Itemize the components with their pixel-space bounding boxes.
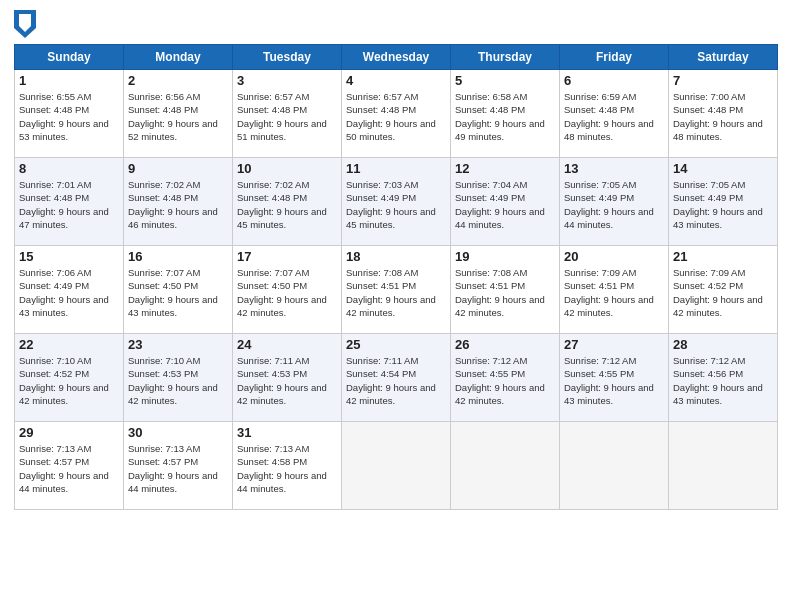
calendar-cell: 15Sunrise: 7:06 AMSunset: 4:49 PMDayligh… <box>15 246 124 334</box>
cell-info: Sunrise: 7:02 AMSunset: 4:48 PMDaylight:… <box>128 178 228 231</box>
logo-icon <box>14 10 36 38</box>
calendar-cell: 21Sunrise: 7:09 AMSunset: 4:52 PMDayligh… <box>669 246 778 334</box>
cell-info: Sunrise: 7:11 AMSunset: 4:54 PMDaylight:… <box>346 354 446 407</box>
cell-info: Sunrise: 7:11 AMSunset: 4:53 PMDaylight:… <box>237 354 337 407</box>
day-number: 1 <box>19 73 119 88</box>
day-number: 30 <box>128 425 228 440</box>
day-number: 9 <box>128 161 228 176</box>
calendar-week-row: 29Sunrise: 7:13 AMSunset: 4:57 PMDayligh… <box>15 422 778 510</box>
calendar-cell: 26Sunrise: 7:12 AMSunset: 4:55 PMDayligh… <box>451 334 560 422</box>
cell-info: Sunrise: 7:07 AMSunset: 4:50 PMDaylight:… <box>237 266 337 319</box>
day-number: 31 <box>237 425 337 440</box>
day-number: 3 <box>237 73 337 88</box>
calendar-cell: 7Sunrise: 7:00 AMSunset: 4:48 PMDaylight… <box>669 70 778 158</box>
weekday-header: Sunday <box>15 45 124 70</box>
calendar-cell: 5Sunrise: 6:58 AMSunset: 4:48 PMDaylight… <box>451 70 560 158</box>
cell-info: Sunrise: 7:09 AMSunset: 4:52 PMDaylight:… <box>673 266 773 319</box>
cell-info: Sunrise: 6:59 AMSunset: 4:48 PMDaylight:… <box>564 90 664 143</box>
cell-info: Sunrise: 6:56 AMSunset: 4:48 PMDaylight:… <box>128 90 228 143</box>
calendar-table: SundayMondayTuesdayWednesdayThursdayFrid… <box>14 44 778 510</box>
cell-info: Sunrise: 6:57 AMSunset: 4:48 PMDaylight:… <box>346 90 446 143</box>
calendar-cell: 23Sunrise: 7:10 AMSunset: 4:53 PMDayligh… <box>124 334 233 422</box>
weekday-header: Monday <box>124 45 233 70</box>
weekday-header: Tuesday <box>233 45 342 70</box>
calendar-cell: 19Sunrise: 7:08 AMSunset: 4:51 PMDayligh… <box>451 246 560 334</box>
day-number: 25 <box>346 337 446 352</box>
weekday-header: Thursday <box>451 45 560 70</box>
calendar-cell: 3Sunrise: 6:57 AMSunset: 4:48 PMDaylight… <box>233 70 342 158</box>
cell-info: Sunrise: 7:08 AMSunset: 4:51 PMDaylight:… <box>455 266 555 319</box>
cell-info: Sunrise: 7:02 AMSunset: 4:48 PMDaylight:… <box>237 178 337 231</box>
calendar-cell: 9Sunrise: 7:02 AMSunset: 4:48 PMDaylight… <box>124 158 233 246</box>
calendar-cell: 24Sunrise: 7:11 AMSunset: 4:53 PMDayligh… <box>233 334 342 422</box>
header <box>14 10 778 38</box>
cell-info: Sunrise: 7:07 AMSunset: 4:50 PMDaylight:… <box>128 266 228 319</box>
day-number: 2 <box>128 73 228 88</box>
calendar-cell <box>560 422 669 510</box>
day-number: 10 <box>237 161 337 176</box>
page: SundayMondayTuesdayWednesdayThursdayFrid… <box>0 0 792 612</box>
calendar-cell: 16Sunrise: 7:07 AMSunset: 4:50 PMDayligh… <box>124 246 233 334</box>
cell-info: Sunrise: 7:00 AMSunset: 4:48 PMDaylight:… <box>673 90 773 143</box>
calendar-cell: 30Sunrise: 7:13 AMSunset: 4:57 PMDayligh… <box>124 422 233 510</box>
calendar-cell: 13Sunrise: 7:05 AMSunset: 4:49 PMDayligh… <box>560 158 669 246</box>
day-number: 22 <box>19 337 119 352</box>
day-number: 16 <box>128 249 228 264</box>
calendar-cell: 14Sunrise: 7:05 AMSunset: 4:49 PMDayligh… <box>669 158 778 246</box>
cell-info: Sunrise: 7:03 AMSunset: 4:49 PMDaylight:… <box>346 178 446 231</box>
day-number: 24 <box>237 337 337 352</box>
cell-info: Sunrise: 7:04 AMSunset: 4:49 PMDaylight:… <box>455 178 555 231</box>
cell-info: Sunrise: 7:08 AMSunset: 4:51 PMDaylight:… <box>346 266 446 319</box>
calendar-cell: 18Sunrise: 7:08 AMSunset: 4:51 PMDayligh… <box>342 246 451 334</box>
calendar-week-row: 15Sunrise: 7:06 AMSunset: 4:49 PMDayligh… <box>15 246 778 334</box>
day-number: 28 <box>673 337 773 352</box>
day-number: 14 <box>673 161 773 176</box>
day-number: 11 <box>346 161 446 176</box>
cell-info: Sunrise: 7:13 AMSunset: 4:57 PMDaylight:… <box>19 442 119 495</box>
calendar-week-row: 22Sunrise: 7:10 AMSunset: 4:52 PMDayligh… <box>15 334 778 422</box>
calendar-cell: 8Sunrise: 7:01 AMSunset: 4:48 PMDaylight… <box>15 158 124 246</box>
calendar-cell: 27Sunrise: 7:12 AMSunset: 4:55 PMDayligh… <box>560 334 669 422</box>
calendar-cell: 17Sunrise: 7:07 AMSunset: 4:50 PMDayligh… <box>233 246 342 334</box>
day-number: 20 <box>564 249 664 264</box>
cell-info: Sunrise: 7:12 AMSunset: 4:55 PMDaylight:… <box>564 354 664 407</box>
weekday-header-row: SundayMondayTuesdayWednesdayThursdayFrid… <box>15 45 778 70</box>
calendar-cell: 1Sunrise: 6:55 AMSunset: 4:48 PMDaylight… <box>15 70 124 158</box>
calendar-cell: 29Sunrise: 7:13 AMSunset: 4:57 PMDayligh… <box>15 422 124 510</box>
cell-info: Sunrise: 7:05 AMSunset: 4:49 PMDaylight:… <box>673 178 773 231</box>
cell-info: Sunrise: 7:12 AMSunset: 4:56 PMDaylight:… <box>673 354 773 407</box>
calendar-cell: 6Sunrise: 6:59 AMSunset: 4:48 PMDaylight… <box>560 70 669 158</box>
cell-info: Sunrise: 7:12 AMSunset: 4:55 PMDaylight:… <box>455 354 555 407</box>
cell-info: Sunrise: 6:57 AMSunset: 4:48 PMDaylight:… <box>237 90 337 143</box>
day-number: 7 <box>673 73 773 88</box>
day-number: 23 <box>128 337 228 352</box>
day-number: 8 <box>19 161 119 176</box>
day-number: 6 <box>564 73 664 88</box>
calendar-cell <box>342 422 451 510</box>
calendar-cell <box>669 422 778 510</box>
cell-info: Sunrise: 6:58 AMSunset: 4:48 PMDaylight:… <box>455 90 555 143</box>
cell-info: Sunrise: 7:10 AMSunset: 4:53 PMDaylight:… <box>128 354 228 407</box>
day-number: 27 <box>564 337 664 352</box>
cell-info: Sunrise: 6:55 AMSunset: 4:48 PMDaylight:… <box>19 90 119 143</box>
cell-info: Sunrise: 7:01 AMSunset: 4:48 PMDaylight:… <box>19 178 119 231</box>
day-number: 17 <box>237 249 337 264</box>
calendar-cell: 20Sunrise: 7:09 AMSunset: 4:51 PMDayligh… <box>560 246 669 334</box>
calendar-cell: 11Sunrise: 7:03 AMSunset: 4:49 PMDayligh… <box>342 158 451 246</box>
cell-info: Sunrise: 7:06 AMSunset: 4:49 PMDaylight:… <box>19 266 119 319</box>
weekday-header: Wednesday <box>342 45 451 70</box>
cell-info: Sunrise: 7:10 AMSunset: 4:52 PMDaylight:… <box>19 354 119 407</box>
day-number: 21 <box>673 249 773 264</box>
cell-info: Sunrise: 7:13 AMSunset: 4:58 PMDaylight:… <box>237 442 337 495</box>
calendar-cell: 31Sunrise: 7:13 AMSunset: 4:58 PMDayligh… <box>233 422 342 510</box>
day-number: 12 <box>455 161 555 176</box>
calendar-cell: 22Sunrise: 7:10 AMSunset: 4:52 PMDayligh… <box>15 334 124 422</box>
day-number: 29 <box>19 425 119 440</box>
day-number: 18 <box>346 249 446 264</box>
calendar-cell: 12Sunrise: 7:04 AMSunset: 4:49 PMDayligh… <box>451 158 560 246</box>
calendar-cell: 28Sunrise: 7:12 AMSunset: 4:56 PMDayligh… <box>669 334 778 422</box>
weekday-header: Friday <box>560 45 669 70</box>
calendar-cell: 10Sunrise: 7:02 AMSunset: 4:48 PMDayligh… <box>233 158 342 246</box>
calendar-cell: 25Sunrise: 7:11 AMSunset: 4:54 PMDayligh… <box>342 334 451 422</box>
calendar-week-row: 8Sunrise: 7:01 AMSunset: 4:48 PMDaylight… <box>15 158 778 246</box>
